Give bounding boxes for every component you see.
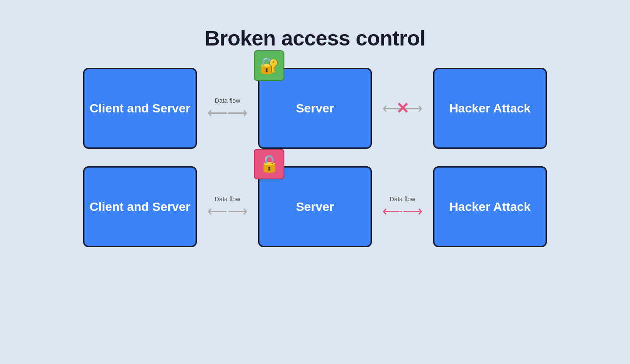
- bottom-server-wrapper: 🔓 Server: [258, 166, 372, 247]
- bottom-lock-icon: 🔓: [259, 155, 279, 173]
- top-lock-icon: 🔐: [259, 56, 279, 75]
- page-title: Broken access control: [205, 26, 425, 50]
- top-left-arrow-container: Data flow ⟵⟶: [197, 97, 258, 120]
- top-left-arrow-label: Data flow: [215, 97, 240, 104]
- bottom-right-arrow-pink: ⟵⟶: [382, 204, 423, 218]
- top-hacker-box: Hacker Attack: [433, 68, 547, 149]
- top-right-arrow-blocked: ⟵⟶ ✕: [382, 102, 423, 116]
- top-right-arrow-container: ⟵⟶ ✕: [372, 102, 433, 116]
- bottom-left-arrow-container: Data flow ⟵⟶: [197, 196, 258, 218]
- bottom-left-arrow-label: Data flow: [215, 196, 240, 203]
- top-server-wrapper: 🔐 Server: [258, 68, 372, 149]
- top-diagram-row: Client and Server Data flow ⟵⟶ 🔐 Server …: [83, 68, 547, 149]
- top-lock-badge-green: 🔐: [254, 50, 284, 81]
- bottom-diagram-row: Client and Server Data flow ⟵⟶ 🔓 Server …: [83, 166, 547, 247]
- bottom-left-arrow: ⟵⟶: [207, 204, 248, 218]
- bottom-client-server-box: Client and Server: [83, 166, 197, 247]
- bottom-server-label: Server: [296, 200, 334, 214]
- bottom-lock-badge-pink: 🔓: [254, 149, 284, 179]
- diagrams-container: Client and Server Data flow ⟵⟶ 🔐 Server …: [0, 68, 630, 247]
- bottom-right-arrow-container: Data flow ⟵⟶: [372, 196, 433, 218]
- bottom-hacker-box: Hacker Attack: [433, 166, 547, 247]
- top-client-label: Client and Server: [90, 101, 190, 116]
- bottom-client-label: Client and Server: [90, 200, 190, 214]
- top-client-server-box: Client and Server: [83, 68, 197, 149]
- top-server-label: Server: [296, 101, 334, 116]
- top-hacker-label: Hacker Attack: [449, 101, 531, 116]
- top-blocked-x: ✕: [396, 101, 409, 116]
- bottom-hacker-label: Hacker Attack: [449, 200, 531, 214]
- top-left-arrow: ⟵⟶: [207, 106, 248, 120]
- bottom-right-arrow-label: Data flow: [390, 196, 415, 203]
